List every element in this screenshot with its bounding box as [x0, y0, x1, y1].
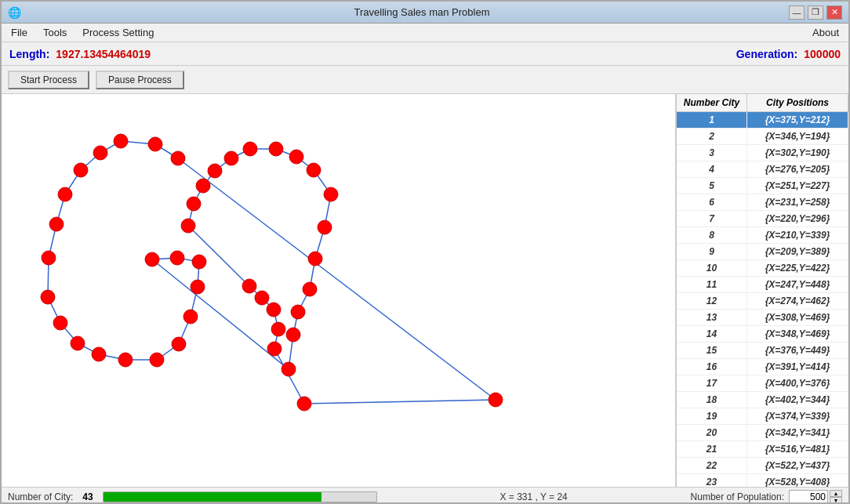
city-position: {X=342,Y=341}	[747, 425, 848, 441]
pause-process-button[interactable]: Pause Process	[96, 71, 184, 89]
spinner-up[interactable]: ▲	[830, 490, 842, 497]
spinner-buttons: ▲ ▼	[830, 490, 842, 504]
table-row[interactable]: 6 {X=231,Y=258}	[677, 194, 848, 211]
table-row[interactable]: 20 {X=342,Y=341}	[677, 425, 848, 441]
city-count-value: 43	[82, 491, 93, 502]
city-number: 19	[677, 408, 747, 424]
city-number: 6	[677, 194, 747, 210]
city-number: 18	[677, 392, 747, 408]
table-row[interactable]: 22 {X=522,Y=437}	[677, 458, 848, 474]
city-position: {X=274,Y=462}	[747, 293, 848, 309]
city-number: 8	[677, 227, 747, 243]
generation-label: Generation:	[736, 48, 798, 60]
table-row[interactable]: 19 {X=374,Y=339}	[677, 408, 848, 425]
table-row[interactable]: 4 {X=276,Y=205}	[677, 161, 848, 178]
length-label: Length:	[9, 48, 49, 60]
table-row[interactable]: 2 {X=346,Y=194}	[677, 129, 848, 145]
table-row[interactable]: 13 {X=308,Y=469}	[677, 310, 848, 326]
city-number: 17	[677, 375, 747, 391]
table-header: Number City City Positions	[677, 94, 848, 112]
population-label: Number of Population:	[691, 491, 784, 502]
table-row[interactable]: 5 {X=251,Y=227}	[677, 178, 848, 194]
table-row[interactable]: 18 {X=402,Y=344}	[677, 392, 848, 408]
table-row[interactable]: 16 {X=391,Y=414}	[677, 359, 848, 375]
city-number: 5	[677, 178, 747, 194]
table-row[interactable]: 8 {X=210,Y=339}	[677, 227, 848, 244]
start-process-button[interactable]: Start Process	[8, 71, 89, 89]
table-row[interactable]: 1 {X=375,Y=212}	[677, 112, 848, 129]
header-city-positions: City Positions	[747, 94, 848, 111]
city-table: Number City City Positions 1 {X=375,Y=21…	[677, 94, 848, 487]
city-position: {X=400,Y=376}	[747, 375, 848, 391]
city-count-label: Number of City:	[8, 491, 73, 502]
spinner-down[interactable]: ▼	[830, 497, 842, 504]
city-number: 21	[677, 441, 747, 457]
city-number: 13	[677, 310, 747, 325]
table-row[interactable]: 7 {X=220,Y=296}	[677, 211, 848, 227]
city-position: {X=209,Y=389}	[747, 244, 848, 259]
app-icon: 🌐	[8, 6, 21, 19]
header-number-city: Number City	[677, 94, 747, 111]
city-position: {X=374,Y=339}	[747, 408, 848, 424]
table-row[interactable]: 3 {X=302,Y=190}	[677, 145, 848, 161]
table-row[interactable]: 15 {X=376,Y=449}	[677, 343, 848, 359]
city-position: {X=308,Y=469}	[747, 310, 848, 325]
table-row[interactable]: 9 {X=209,Y=389}	[677, 244, 848, 260]
generation-section: Generation: 100000	[736, 48, 841, 60]
city-number: 16	[677, 359, 747, 375]
table-row[interactable]: 17 {X=400,Y=376}	[677, 375, 848, 392]
length-section: Length: 1927.13454464019	[9, 48, 151, 60]
city-number: 11	[677, 277, 747, 292]
city-position: {X=522,Y=437}	[747, 458, 848, 473]
city-position: {X=375,Y=212}	[747, 112, 848, 128]
city-position: {X=251,Y=227}	[747, 178, 848, 194]
city-position: {X=346,Y=194}	[747, 129, 848, 144]
city-position: {X=348,Y=469}	[747, 326, 848, 342]
table-body[interactable]: 1 {X=375,Y=212} 2 {X=346,Y=194} 3 {X=302…	[677, 112, 848, 487]
minimize-button[interactable]: —	[789, 5, 805, 20]
toolbar: Start Process Pause Process	[2, 66, 848, 94]
city-number: 1	[677, 112, 747, 128]
city-position: {X=231,Y=258}	[747, 194, 848, 210]
menu-about[interactable]: About	[806, 25, 845, 40]
city-position: {X=516,Y=481}	[747, 441, 848, 457]
table-row[interactable]: 11 {X=247,Y=448}	[677, 277, 848, 293]
tsp-canvas	[2, 94, 676, 487]
city-position: {X=220,Y=296}	[747, 211, 848, 227]
title-bar: 🌐 Travelling Sales man Problem — ❐ ✕	[2, 2, 848, 24]
city-position: {X=247,Y=448}	[747, 277, 848, 292]
progress-bar	[103, 491, 377, 502]
menu-process-setting[interactable]: Process Setting	[76, 25, 160, 40]
city-number: 14	[677, 326, 747, 342]
right-panel: Number City City Positions 1 {X=375,Y=21…	[676, 94, 848, 487]
city-number: 2	[677, 129, 747, 144]
coord-display: X = 331 , Y = 24	[500, 491, 568, 502]
menu-bar: File Tools Process Setting About	[2, 24, 848, 42]
window-controls: — ❐ ✕	[789, 5, 842, 20]
canvas-area	[2, 94, 676, 487]
city-number: 9	[677, 244, 747, 259]
population-input[interactable]	[789, 490, 828, 504]
generation-value: 100000	[804, 48, 841, 60]
city-position: {X=402,Y=344}	[747, 392, 848, 408]
city-position: {X=225,Y=422}	[747, 260, 848, 276]
status-bar: Number of City: 43 X = 331 , Y = 24 Numb…	[2, 487, 848, 504]
city-number: 15	[677, 343, 747, 358]
close-button[interactable]: ✕	[826, 5, 842, 20]
table-row[interactable]: 10 {X=225,Y=422}	[677, 260, 848, 277]
table-row[interactable]: 14 {X=348,Y=469}	[677, 326, 848, 343]
city-number: 12	[677, 293, 747, 309]
city-position: {X=276,Y=205}	[747, 161, 848, 177]
table-row[interactable]: 23 {X=528,Y=408}	[677, 474, 848, 487]
table-row[interactable]: 21 {X=516,Y=481}	[677, 441, 848, 458]
city-number: 20	[677, 425, 747, 441]
table-row[interactable]: 12 {X=274,Y=462}	[677, 293, 848, 310]
progress-bar-fill	[104, 492, 321, 502]
population-spinner: ▲ ▼	[789, 490, 842, 504]
city-position: {X=391,Y=414}	[747, 359, 848, 375]
restore-button[interactable]: ❐	[808, 5, 823, 20]
menu-tools[interactable]: Tools	[37, 25, 73, 40]
menu-file[interactable]: File	[5, 25, 34, 40]
info-bar: Length: 1927.13454464019 Generation: 100…	[2, 42, 848, 66]
window-title: Travelling Sales man Problem	[55, 6, 789, 18]
